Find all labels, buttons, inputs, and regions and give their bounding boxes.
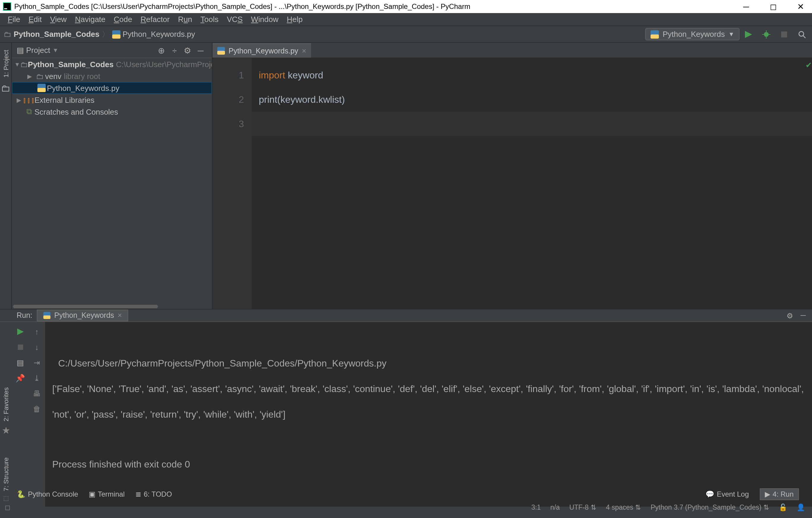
todo-tab[interactable]: ≣ 6: TODO (135, 490, 172, 498)
down-arrow-icon[interactable]: ↓ (35, 341, 39, 353)
stop-icon[interactable] (18, 341, 23, 353)
menu-code[interactable]: Code (110, 15, 136, 24)
folder-icon: 🗀 (4, 30, 11, 38)
chevron-down-icon[interactable]: ▼ (14, 61, 20, 67)
tool-window-quick-access-icon[interactable]: ◻ (5, 503, 11, 511)
code-editor[interactable]: 1 2 3 import keyword print(keyword.kwlis… (212, 58, 812, 309)
run-config-name: Python_Keywords (663, 30, 725, 38)
code-text: (keyword.kwlist) (277, 94, 345, 105)
run-output[interactable]: C:/Users/User/PycharmProjects/Python_Sam… (45, 322, 812, 507)
project-panel-title[interactable]: Project (26, 46, 50, 55)
svg-rect-17 (37, 88, 46, 92)
close-tab-icon[interactable]: × (302, 46, 306, 55)
editor-tab-python-keywords[interactable]: Python_Keywords.py × (212, 44, 311, 58)
interpreter[interactable]: Python 3.7 (Python_Sample_Codes) ⇅ (650, 503, 769, 511)
run-tab[interactable]: Python_Keywords × (37, 309, 128, 321)
chevron-right-icon[interactable]: ▶ (14, 97, 24, 103)
output-list: ['False', 'None', 'True', 'and', 'as', '… (52, 384, 807, 419)
run-left-strip: 2: Favorites ★ 7: Structure ⬚ (0, 322, 12, 507)
chevron-down-icon[interactable]: ▼ (53, 47, 58, 53)
tree-external-libraries[interactable]: ▶ ⫿⫿⫿ External Libraries (12, 94, 212, 106)
gear-icon[interactable]: ⚙ (784, 311, 796, 320)
menu-navigate[interactable]: Navigate (71, 15, 110, 24)
folder-icon: 🗀 (20, 60, 28, 69)
project-tree[interactable]: ▼ 🗀 Python_Sample_Codes C:\Users\User\Py… (12, 58, 212, 304)
menu-tools[interactable]: Tools (196, 15, 223, 24)
breadcrumb-project[interactable]: Python_Sample_Codes (13, 30, 99, 38)
layout-icon[interactable]: ▤ (17, 356, 24, 368)
svg-rect-6 (651, 34, 659, 38)
tree-scratches-label: Scratches and Consoles (34, 107, 118, 116)
output-path: C:/Users/User/PycharmProjects/Python_Sam… (52, 358, 386, 368)
editor-tab-label: Python_Keywords.py (229, 47, 298, 55)
hide-panel-icon[interactable]: ─ (796, 311, 810, 320)
up-arrow-icon[interactable]: ↑ (35, 326, 39, 337)
scroll-to-end-icon[interactable]: ⤓ (33, 372, 40, 384)
scrollbar-thumb[interactable] (13, 305, 158, 308)
scratches-icon: ⧉ (24, 107, 34, 116)
run-config-selector[interactable]: Python_Keywords ▼ (645, 28, 740, 40)
line-separator[interactable]: n/a (550, 503, 560, 511)
minimize-button[interactable]: ─ (732, 0, 760, 13)
locate-icon[interactable]: ⊕ (155, 44, 168, 57)
balloon-icon: 💬 (705, 490, 714, 498)
tree-venv-label: venv (45, 72, 61, 81)
window-title: Python_Sample_Codes [C:\Users\User\Pycha… (14, 2, 732, 11)
tree-venv[interactable]: ▶ 🗀 venv library root (12, 70, 212, 82)
event-log-tab[interactable]: 💬 Event Log (705, 490, 749, 498)
menu-view[interactable]: View (46, 15, 71, 24)
code-body[interactable]: import keyword print(keyword.kwlist) (252, 58, 812, 309)
encoding[interactable]: UTF-8 ⇅ (569, 503, 597, 511)
tree-file-python-keywords[interactable]: Python_Keywords.py (12, 82, 212, 94)
pin-icon[interactable]: 📌 (16, 372, 25, 384)
libraries-icon: ⫿⫿⫿ (24, 96, 34, 104)
debug-button[interactable] (759, 27, 774, 41)
menu-help[interactable]: Help (283, 15, 307, 24)
run-button[interactable] (741, 27, 756, 41)
menu-window[interactable]: Window (247, 15, 283, 24)
python-file-icon (217, 47, 225, 55)
hector-icon[interactable]: 👤 (796, 503, 805, 511)
code-text: keyword (285, 70, 323, 80)
caret-position[interactable]: 3:1 (531, 503, 541, 511)
close-button[interactable]: ✕ (787, 0, 812, 13)
tree-file-label: Python_Keywords.py (47, 83, 119, 92)
gear-icon[interactable]: ⚙ (181, 44, 194, 57)
project-tree-hscroll[interactable] (12, 304, 212, 309)
python-console-tab[interactable]: 🐍 Python Console (17, 490, 78, 498)
hide-panel-icon[interactable]: ─ (194, 44, 207, 57)
stop-button[interactable] (776, 27, 792, 41)
trash-icon[interactable]: 🗑 (33, 403, 41, 415)
terminal-tab[interactable]: ▣ Terminal (89, 490, 125, 498)
menu-refactor[interactable]: Refactor (136, 15, 174, 24)
menu-edit[interactable]: Edit (24, 15, 46, 24)
sidetab-structure[interactable]: 7: Structure (1, 454, 11, 495)
line-number: 2 (212, 87, 244, 112)
rerun-icon[interactable] (17, 326, 24, 337)
run-tab-bottom[interactable]: ▶ 4: Run (759, 488, 799, 500)
soft-wrap-icon[interactable]: ⇥ (33, 356, 40, 368)
breadcrumb-file[interactable]: Python_Keywords.py (122, 30, 195, 38)
collapse-icon[interactable]: ÷ (168, 44, 181, 57)
tree-root[interactable]: ▼ 🗀 Python_Sample_Codes C:\Users\User\Py… (12, 58, 212, 70)
menu-run[interactable]: Run (174, 15, 197, 24)
tree-scratches[interactable]: ⧉ Scratches and Consoles (12, 106, 212, 118)
editor-area: Python_Keywords.py × 1 2 3 import keywor… (212, 43, 812, 309)
sidetab-favorites[interactable]: 2: Favorites (1, 383, 11, 425)
chevron-right-icon[interactable]: ▶ (25, 73, 34, 79)
readonly-icon[interactable]: 🔓 (779, 503, 787, 511)
close-icon[interactable]: × (118, 311, 122, 320)
menu-file[interactable]: File (4, 15, 24, 24)
menu-vcs[interactable]: VCS (223, 15, 246, 24)
maximize-button[interactable]: ◻ (760, 0, 787, 13)
sidetab-project[interactable]: 1: Project (2, 48, 9, 80)
project-panel-header: ▤ Project ▼ ⊕ ÷ ⚙ ─ (12, 43, 212, 58)
code-function: print (259, 94, 277, 105)
print-icon[interactable]: 🖶 (33, 387, 41, 399)
svg-rect-4 (112, 34, 120, 38)
search-button[interactable] (794, 27, 810, 41)
svg-rect-23 (18, 344, 23, 350)
svg-rect-13 (781, 31, 787, 37)
svg-marker-22 (17, 328, 24, 335)
indent[interactable]: 4 spaces ⇅ (606, 503, 641, 511)
